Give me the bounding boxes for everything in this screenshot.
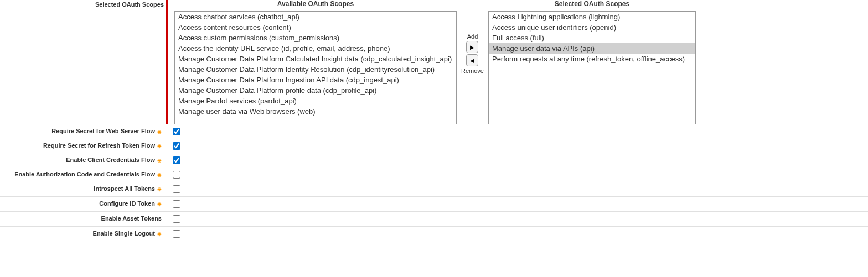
dual-picklist: Available OAuth Scopes Access chatbot se… <box>174 0 868 124</box>
enable-auth-code-credentials-label: Enable Authorization Code and Credential… <box>0 170 166 177</box>
help-icon[interactable]: ◉ <box>156 158 162 163</box>
available-scope-item[interactable]: Manage Customer Data Platform profile da… <box>175 85 456 96</box>
selected-scope-item[interactable]: Access Lightning applications (lightning… <box>489 12 695 22</box>
add-button[interactable]: ▶ <box>466 41 478 53</box>
enable-client-credentials-row: Enable Client Credentials Flow◉ <box>0 153 868 168</box>
triangle-left-icon: ◀ <box>470 58 474 64</box>
available-scope-item[interactable]: Manage Pardot services (pardot_api) <box>175 96 456 106</box>
available-header: Available OAuth Scopes <box>277 0 354 8</box>
available-scope-item[interactable]: Manage Customer Data Platform Identity R… <box>175 64 456 75</box>
help-icon[interactable]: ◉ <box>156 231 162 237</box>
require-secret-refresh-row: Require Secret for Refresh Token Flow◉ <box>0 139 868 153</box>
require-secret-refresh-label: Require Secret for Refresh Token Flow◉ <box>0 141 166 149</box>
enable-client-credentials-label: Enable Client Credentials Flow◉ <box>0 155 166 163</box>
selected-column: Selected OAuth Scopes Access Lightning a… <box>488 0 696 124</box>
help-icon[interactable]: ◉ <box>156 129 162 134</box>
configure-id-token-label: Configure ID Token◉ <box>0 199 166 207</box>
enable-single-logout-row: Enable Single Logout◉ <box>0 226 868 241</box>
oauth-scopes-row: Selected OAuth Scopes Available OAuth Sc… <box>0 0 868 124</box>
enable-auth-code-credentials-checkbox[interactable] <box>173 171 180 179</box>
available-scope-item[interactable]: Manage Customer Data Platform Ingestion … <box>175 75 456 85</box>
configure-id-token-checkbox[interactable] <box>173 200 180 208</box>
available-scope-item[interactable]: Access chatbot services (chatbot_api) <box>175 12 456 22</box>
oauth-scopes-label: Selected OAuth Scopes <box>0 0 166 124</box>
require-secret-web-checkbox[interactable] <box>173 128 180 135</box>
selected-scope-item[interactable]: Full access (full) <box>489 33 695 43</box>
selected-scope-item[interactable]: Manage user data via APIs (api) <box>489 43 695 54</box>
introspect-all-tokens-row: Introspect All Tokens◉ <box>0 182 868 196</box>
configure-id-token-row: Configure ID Token◉ <box>0 196 868 211</box>
available-scope-item[interactable]: Access the identity URL service (id, pro… <box>175 43 456 54</box>
enable-client-credentials-checkbox[interactable] <box>173 156 180 164</box>
help-icon[interactable]: ◉ <box>156 186 162 192</box>
selected-scope-item[interactable]: Access unique user identifiers (openid) <box>489 22 695 33</box>
introspect-all-tokens-label: Introspect All Tokens◉ <box>0 184 166 192</box>
introspect-all-tokens-checkbox[interactable] <box>173 185 180 193</box>
require-secret-refresh-checkbox[interactable] <box>173 142 180 150</box>
remove-button[interactable]: ◀ <box>466 54 478 66</box>
help-icon[interactable]: ◉ <box>156 201 162 207</box>
selected-header: Selected OAuth Scopes <box>555 0 629 8</box>
require-secret-web-row: Require Secret for Web Server Flow◉ <box>0 124 868 139</box>
require-secret-web-label: Require Secret for Web Server Flow◉ <box>0 127 166 134</box>
enable-single-logout-checkbox[interactable] <box>173 230 180 238</box>
enable-asset-tokens-checkbox[interactable] <box>173 215 180 223</box>
available-scope-item[interactable]: Access content resources (content) <box>175 22 456 33</box>
help-icon[interactable]: ◉ <box>156 143 162 149</box>
available-scope-item[interactable]: Manage Customer Data Platform Calculated… <box>175 54 456 64</box>
enable-asset-tokens-row: Enable Asset Tokens <box>0 211 868 226</box>
remove-label: Remove <box>461 67 484 74</box>
selected-scope-item[interactable]: Perform requests at any time (refresh_to… <box>489 54 695 64</box>
triangle-right-icon: ▶ <box>470 44 474 50</box>
selected-scopes-list[interactable]: Access Lightning applications (lightning… <box>488 11 696 124</box>
enable-asset-tokens-label: Enable Asset Tokens <box>0 214 166 222</box>
oauth-scopes-value: Available OAuth Scopes Access chatbot se… <box>168 0 868 124</box>
picklist-buttons: Add ▶ ◀ Remove <box>461 0 484 74</box>
available-scopes-list[interactable]: Access chatbot services (chatbot_api)Acc… <box>174 11 457 124</box>
available-column: Available OAuth Scopes Access chatbot se… <box>174 0 457 124</box>
available-scope-item[interactable]: Access custom permissions (custom_permis… <box>175 33 456 43</box>
add-label: Add <box>467 33 478 40</box>
enable-auth-code-credentials-row: Enable Authorization Code and Credential… <box>0 168 868 182</box>
available-scope-item[interactable]: Manage user data via Web browsers (web) <box>175 106 456 117</box>
enable-single-logout-label: Enable Single Logout◉ <box>0 229 166 237</box>
help-icon[interactable]: ◉ <box>156 172 162 177</box>
